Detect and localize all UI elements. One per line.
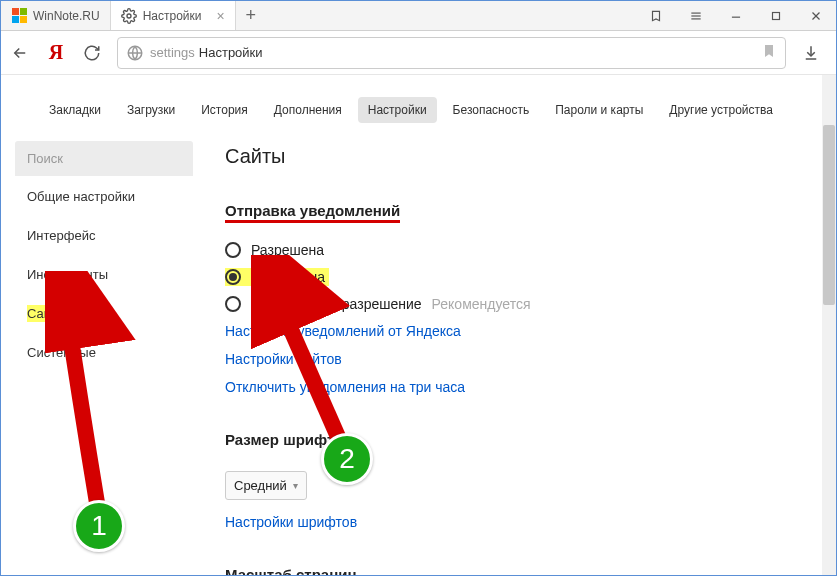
- radio-ask[interactable]: Запрашивать разрешение Рекомендуется: [225, 291, 818, 317]
- sidebar-item-general[interactable]: Общие настройки: [15, 177, 193, 216]
- new-tab-button[interactable]: +: [236, 5, 266, 26]
- link-disable-3h[interactable]: Отключить уведомления на три часа: [225, 373, 818, 401]
- close-tab-icon[interactable]: ×: [217, 8, 225, 24]
- nav-downloads[interactable]: Загрузки: [117, 97, 185, 123]
- bookmark-icon[interactable]: [761, 43, 777, 62]
- nav-settings[interactable]: Настройки: [358, 97, 437, 123]
- downloads-button[interactable]: [794, 36, 828, 70]
- settings-main: Сайты Отправка уведомлений Разрешена Зап…: [213, 141, 818, 575]
- tab-settings[interactable]: Настройки ×: [110, 1, 236, 30]
- svg-point-0: [127, 14, 131, 18]
- link-yandex-notif[interactable]: Настройки уведомлений от Яндекса: [225, 317, 818, 345]
- sidebar-item-tools[interactable]: Инструменты: [15, 255, 193, 294]
- radio-blocked[interactable]: Запрещена: [225, 263, 818, 291]
- ms-logo-icon: [11, 8, 27, 24]
- sidebar-item-interface[interactable]: Интерфейс: [15, 216, 193, 255]
- settings-sidebar: Поиск Общие настройки Интерфейс Инструме…: [15, 141, 193, 575]
- sidebar-search[interactable]: Поиск: [15, 141, 193, 176]
- tab-winnote[interactable]: WinNote.RU: [1, 1, 110, 30]
- reader-mode-icon[interactable]: [636, 1, 676, 31]
- menu-icon[interactable]: [676, 1, 716, 31]
- close-window-button[interactable]: [796, 1, 836, 31]
- content-area: Закладки Загрузки История Дополнения Нас…: [1, 75, 836, 575]
- radio-label: Разрешена: [251, 242, 324, 258]
- link-site-settings[interactable]: Настройки сайтов: [225, 345, 818, 373]
- sidebar-item-system[interactable]: Системные: [15, 333, 193, 372]
- page-title: Сайты: [225, 145, 818, 168]
- sidebar-item-sites[interactable]: Сайты: [15, 294, 193, 333]
- nav-passwords[interactable]: Пароли и карты: [545, 97, 653, 123]
- fontsize-select[interactable]: Средний ▾: [225, 471, 307, 500]
- title-bar: WinNote.RU Настройки × +: [1, 1, 836, 31]
- section-zoom-title: Масштаб страниц: [225, 566, 357, 575]
- back-button[interactable]: [3, 36, 37, 70]
- radio-icon: [225, 242, 241, 258]
- nav-history[interactable]: История: [191, 97, 258, 123]
- radio-label: Запрещена: [251, 269, 325, 285]
- site-icon: [126, 44, 144, 62]
- svg-rect-5: [773, 12, 780, 19]
- gear-icon: [121, 8, 137, 24]
- tab-label: Настройки: [143, 9, 202, 23]
- radio-hint: Рекомендуется: [432, 296, 531, 312]
- nav-security[interactable]: Безопасность: [443, 97, 540, 123]
- radio-icon: [225, 296, 241, 312]
- settings-tabs: Закладки Загрузки История Дополнения Нас…: [15, 75, 818, 141]
- link-font-settings[interactable]: Настройки шрифтов: [225, 508, 818, 536]
- radio-icon: [225, 269, 241, 285]
- scrollbar-thumb[interactable]: [823, 125, 835, 305]
- address-title: Настройки: [199, 45, 263, 60]
- radio-allowed[interactable]: Разрешена: [225, 237, 818, 263]
- section-notifications-title: Отправка уведомлений: [225, 202, 400, 223]
- tab-label: WinNote.RU: [33, 9, 100, 23]
- maximize-button[interactable]: [756, 1, 796, 31]
- radio-label: Запрашивать разрешение: [251, 296, 422, 312]
- address-prefix: settings: [150, 45, 195, 60]
- chevron-down-icon: ▾: [293, 480, 298, 491]
- nav-bookmarks[interactable]: Закладки: [39, 97, 111, 123]
- reload-button[interactable]: [75, 36, 109, 70]
- minimize-button[interactable]: [716, 1, 756, 31]
- nav-addons[interactable]: Дополнения: [264, 97, 352, 123]
- nav-other-devices[interactable]: Другие устройства: [659, 97, 783, 123]
- section-fontsize-title: Размер шрифта: [225, 431, 343, 449]
- toolbar: Я settings Настройки: [1, 31, 836, 75]
- address-bar[interactable]: settings Настройки: [117, 37, 786, 69]
- yandex-home-button[interactable]: Я: [39, 36, 73, 70]
